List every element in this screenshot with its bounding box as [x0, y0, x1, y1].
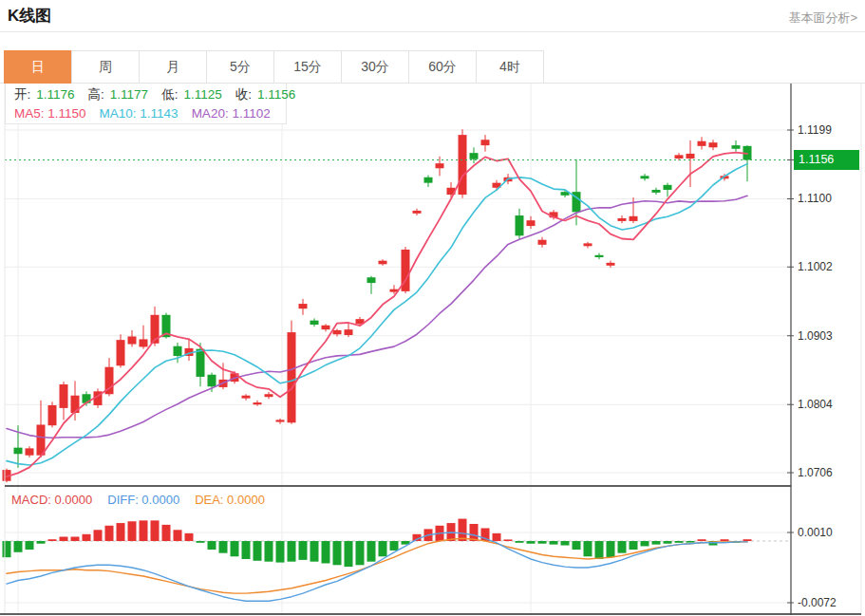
macd-bar — [60, 537, 68, 542]
macd-bar — [459, 519, 467, 541]
macd-bar — [254, 541, 262, 561]
candle-body — [14, 448, 23, 455]
macd-bar — [675, 541, 684, 543]
macd-bar — [83, 534, 91, 541]
macd-bar — [14, 541, 23, 552]
ohlc-value: 1.1156 — [257, 87, 295, 102]
tab-60min[interactable]: 60分 — [408, 50, 477, 84]
macd-bar — [538, 541, 547, 544]
tab-week[interactable]: 周 — [71, 50, 140, 84]
candle-body — [48, 405, 57, 425]
macd-bar — [242, 541, 251, 559]
candle-body — [276, 420, 285, 421]
price-tick-label: 1.0804 — [798, 398, 833, 411]
candle-body — [254, 402, 262, 404]
ma10-line — [7, 164, 747, 465]
macd-bar — [493, 533, 501, 541]
candle-body — [595, 255, 604, 257]
tab-4hour[interactable]: 4时 — [476, 50, 544, 84]
candle-body — [345, 329, 353, 335]
macd-bar — [208, 541, 216, 550]
macd-legend-dea: DEA: 0.0000 — [195, 493, 265, 507]
macd-bar — [390, 541, 399, 551]
macd-bar — [3, 541, 11, 557]
macd-bar — [333, 541, 342, 565]
candle-body — [310, 321, 319, 325]
macd-bar — [630, 541, 638, 550]
ohlc-legend-box: 开:1.1176高:1.1177低:1.1125收:1.1156 MA5: 1.… — [5, 84, 287, 124]
macd-bar — [26, 541, 34, 550]
macd-tick-label: -0.0072 — [798, 596, 837, 609]
tab-15min[interactable]: 15分 — [273, 50, 342, 84]
candle-body — [208, 375, 216, 386]
macd-bar — [698, 539, 706, 541]
candle-body — [265, 394, 273, 397]
macd-bar — [573, 541, 581, 550]
candle-body — [698, 141, 706, 146]
macd-bar — [686, 541, 695, 543]
macd-bar — [595, 541, 604, 559]
candle-body — [242, 396, 251, 399]
macd-bar — [561, 541, 570, 546]
candle-body — [459, 135, 467, 195]
macd-bar — [356, 541, 365, 565]
macd-bar — [288, 541, 296, 562]
ma-value-ma10: MA10: 1.1143 — [100, 106, 179, 121]
price-tick-label: 1.1199 — [798, 123, 832, 137]
candle-body — [322, 326, 330, 329]
macd-legend-diff: DIFF: 0.0000 — [107, 493, 179, 507]
macd-bar — [37, 541, 46, 544]
macd-bar — [504, 539, 513, 541]
macd-bar — [197, 541, 205, 543]
candle-body — [197, 349, 205, 377]
macd-bar — [117, 523, 125, 541]
candle-body — [538, 240, 547, 245]
candle-body — [709, 142, 718, 147]
price-tick-label: 1.0706 — [798, 466, 833, 479]
interval-tabbar: 日周月5分15分30分60分4时 — [5, 50, 544, 84]
ma-value-ma5: MA5: 1.1150 — [14, 106, 86, 121]
tab-30min[interactable]: 30分 — [341, 50, 409, 84]
macd-bar — [151, 520, 160, 541]
macd-bar — [721, 539, 729, 541]
ohlc-value: 1.1125 — [183, 87, 221, 102]
tab-5min[interactable]: 5分 — [206, 50, 274, 84]
ohlc-value: 1.1176 — [36, 87, 74, 102]
macd-bar — [618, 541, 627, 553]
macd-bar — [322, 541, 330, 563]
macd-bar — [310, 541, 319, 562]
macd-bar — [652, 541, 661, 545]
macd-tick-label: 0.0010 — [798, 526, 833, 539]
candle-body — [436, 163, 444, 168]
macd-bar — [162, 525, 171, 541]
candle-body — [413, 211, 422, 214]
current-price-value: 1.1156 — [799, 153, 834, 166]
price-tick-label: 1.0903 — [798, 329, 833, 343]
ohlc-label: 收: — [235, 87, 252, 102]
macd-bar — [265, 541, 273, 562]
candle-body — [140, 339, 148, 346]
candle-body — [367, 277, 376, 283]
ohlc-label: 低: — [161, 87, 178, 102]
macd-bar — [276, 541, 285, 563]
macd-bar — [607, 541, 615, 557]
macd-bar — [299, 541, 308, 560]
tab-month[interactable]: 月 — [139, 50, 207, 84]
macd-bar — [48, 539, 57, 541]
macd-bar — [219, 541, 228, 553]
macd-legend: MACD: 0.0000DIFF: 0.0000DEA: 0.0000 — [11, 493, 280, 507]
candle-body — [641, 176, 649, 178]
candle-body — [379, 261, 387, 265]
candle-body — [584, 243, 592, 246]
macd-bar — [641, 541, 649, 546]
macd-legend-macd: MACD: 0.0000 — [11, 493, 92, 507]
candle-body — [481, 140, 490, 145]
macd-bar — [185, 533, 194, 541]
candle-body — [117, 340, 125, 365]
candle-body — [527, 220, 536, 226]
macd-bar — [516, 541, 524, 543]
tab-day[interactable]: 日 — [4, 50, 72, 84]
macd-bar — [379, 541, 387, 556]
macd-bar — [105, 526, 114, 541]
candle-body — [630, 216, 638, 221]
